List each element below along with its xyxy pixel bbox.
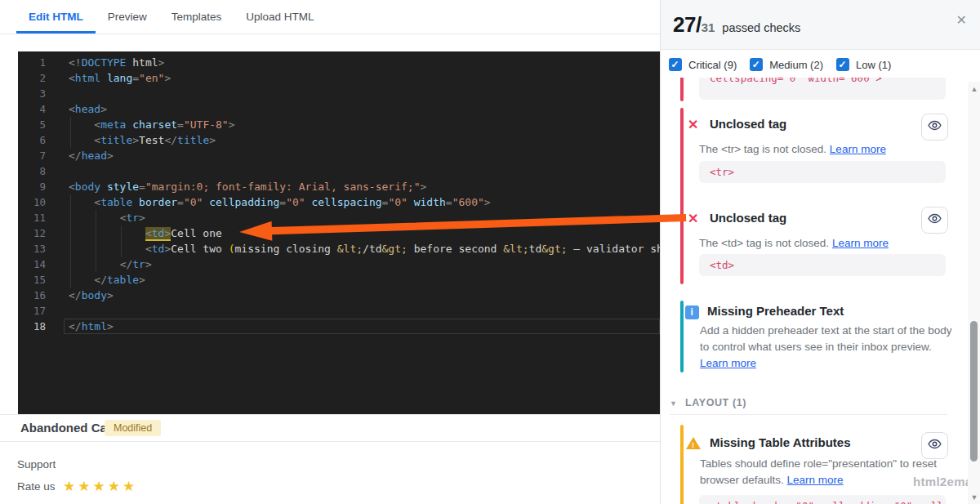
indent-guide — [96, 210, 96, 225]
code-text: <table border="0" cellpadding="0" cellsp… — [69, 194, 491, 210]
checkbox-checked-icon[interactable] — [750, 58, 763, 71]
filter-label: Low (1) — [856, 59, 891, 71]
indent-guide — [70, 117, 71, 132]
info-icon — [685, 306, 699, 319]
template-name: Abandoned Cart — [20, 421, 116, 435]
code-text: </html> — [69, 319, 114, 334]
line-number: 6 — [18, 132, 46, 148]
code-line-17[interactable]: 17 — [18, 303, 660, 319]
severity-filters: Critical (9) Medium (2) Low (1) — [669, 58, 904, 71]
code-editor[interactable]: 1<!DOCTYPE html>2<html lang="en">34<head… — [18, 51, 660, 415]
scroll-down-icon[interactable]: ▼ — [969, 493, 979, 502]
learn-more-link[interactable]: Learn more — [830, 143, 886, 155]
code-line-10[interactable]: 10 <table border="0" cellpadding="0" cel… — [18, 194, 660, 210]
indent-guide — [121, 225, 122, 241]
code-text: <title>Test</title> — [69, 132, 216, 148]
code-line-3[interactable]: 3 — [18, 86, 660, 101]
score-total: 31 — [702, 20, 715, 34]
code-line-2[interactable]: 2<html lang="en"> — [18, 70, 660, 86]
rate-us-label: Rate us — [17, 480, 56, 493]
check-title: Missing Table Attributes — [710, 435, 851, 449]
code-text: </body> — [69, 288, 114, 303]
code-text: <head> — [69, 101, 107, 117]
indent-guide — [70, 272, 71, 288]
line-number: 17 — [18, 303, 46, 319]
tab-edit-html[interactable]: Edit HTML — [16, 0, 96, 33]
code-line-1[interactable]: 1<!DOCTYPE html> — [18, 55, 660, 70]
line-number: 15 — [18, 272, 46, 288]
code-line-5[interactable]: 5 <meta charset="UTF-8"> — [18, 117, 660, 132]
star-icon[interactable]: ★ — [63, 479, 75, 494]
learn-more-link[interactable]: Learn more — [787, 474, 844, 486]
scrollbar-track[interactable]: ▲ ▼ — [968, 82, 980, 504]
code-line-11[interactable]: 11 <tr> — [18, 210, 660, 225]
star-icon[interactable]: ★ — [78, 479, 90, 494]
tab-templates[interactable]: Templates — [159, 0, 234, 33]
chevron-down-icon[interactable]: ▼ — [670, 399, 677, 408]
code-line-16[interactable]: 16</body> — [18, 288, 660, 303]
star-icon[interactable]: ★ — [108, 479, 120, 494]
checks-panel: 27/31passed checks ✕ Critical (9) Medium… — [660, 0, 980, 504]
line-number: 2 — [18, 70, 46, 86]
check-title: Unclosed tag — [710, 211, 786, 225]
section-layout-label[interactable]: LAYOUT (1) — [685, 397, 746, 408]
highlight-in-code-button[interactable] — [921, 114, 948, 140]
code-text: <body style="margin:0; font-family: Aria… — [69, 179, 426, 194]
app-window: Edit HTML Preview Templates Upload HTML … — [0, 0, 980, 504]
card-accent-strip — [680, 425, 684, 504]
support-link[interactable]: Support — [17, 458, 56, 471]
panel-header: 27/31passed checks ✕ — [661, 0, 980, 50]
code-line-8[interactable]: 8 — [18, 163, 660, 179]
line-number: 8 — [18, 163, 46, 179]
code-text: <html lang="en"> — [69, 70, 171, 86]
scrollbar-thumb[interactable] — [970, 321, 978, 462]
indent-guide — [70, 225, 71, 241]
code-line-4[interactable]: 4<head> — [18, 101, 660, 117]
code-line-15[interactable]: 15 </table> — [18, 272, 660, 288]
code-line-13[interactable]: 13 <td>Cell two (missing closing &lt;/td… — [18, 241, 660, 256]
code-line-9[interactable]: 9<body style="margin:0; font-family: Ari… — [18, 179, 660, 194]
code-line-7[interactable]: 7</head> — [18, 148, 660, 163]
line-number: 11 — [18, 210, 46, 225]
scroll-up-icon[interactable]: ▲ — [969, 85, 979, 93]
filter-critical[interactable]: Critical (9) — [669, 58, 737, 71]
checkbox-checked-icon[interactable] — [669, 58, 682, 71]
modified-badge: Modified — [105, 420, 161, 436]
filter-low[interactable]: Low (1) — [836, 58, 891, 71]
card-accent-strip — [680, 108, 684, 284]
line-number: 1 — [18, 55, 46, 70]
code-line-6[interactable]: 6 <title>Test</title> — [18, 132, 660, 148]
line-number: 4 — [18, 101, 46, 117]
highlight-in-code-button[interactable] — [921, 207, 948, 234]
checkbox-checked-icon[interactable] — [836, 58, 849, 71]
check-title: Missing Preheader Text — [707, 304, 844, 318]
star-icon[interactable]: ★ — [93, 479, 105, 494]
code-snippet-chip: <table border="0" cellpadding="0" cellsp… — [699, 495, 946, 504]
code-text: <!DOCTYPE html> — [69, 55, 164, 70]
close-icon[interactable]: ✕ — [956, 14, 967, 27]
indent-guide — [121, 241, 122, 256]
learn-more-link[interactable]: Learn more — [700, 357, 756, 369]
code-line-12[interactable]: 12 <td>Cell one — [18, 225, 660, 241]
score-label: passed checks — [722, 21, 800, 34]
code-text: </tr> — [69, 256, 152, 272]
code-line-14[interactable]: 14 </tr> — [18, 256, 660, 272]
code-snippet-chip-partial: cellspacing="0" width="600"> — [699, 78, 946, 100]
line-number: 18 — [18, 319, 46, 334]
code-snippet-chip: <tr> — [699, 161, 946, 183]
card-accent-strip — [680, 301, 684, 372]
learn-more-link[interactable]: Learn more — [832, 237, 889, 249]
tab-upload-html[interactable]: Upload HTML — [234, 0, 326, 33]
code-text: <td>Cell two (missing closing &lt;/td&gt… — [69, 241, 660, 256]
star-icon[interactable]: ★ — [122, 479, 135, 494]
indent-guide — [70, 132, 71, 148]
tab-preview[interactable]: Preview — [96, 0, 159, 33]
check-description: The <tr> tag is not closed. Learn more — [699, 141, 886, 158]
code-line-18[interactable]: 18</html> — [18, 319, 660, 334]
tab-bar: Edit HTML Preview Templates Upload HTML — [0, 0, 660, 34]
check-description: Tables should define role="presentation"… — [700, 456, 945, 488]
filter-medium[interactable]: Medium (2) — [750, 58, 823, 71]
check-description: The <td> tag is not closed. Learn more — [699, 235, 889, 252]
error-x-icon: ✕ — [688, 118, 698, 132]
indent-guide — [70, 241, 71, 256]
